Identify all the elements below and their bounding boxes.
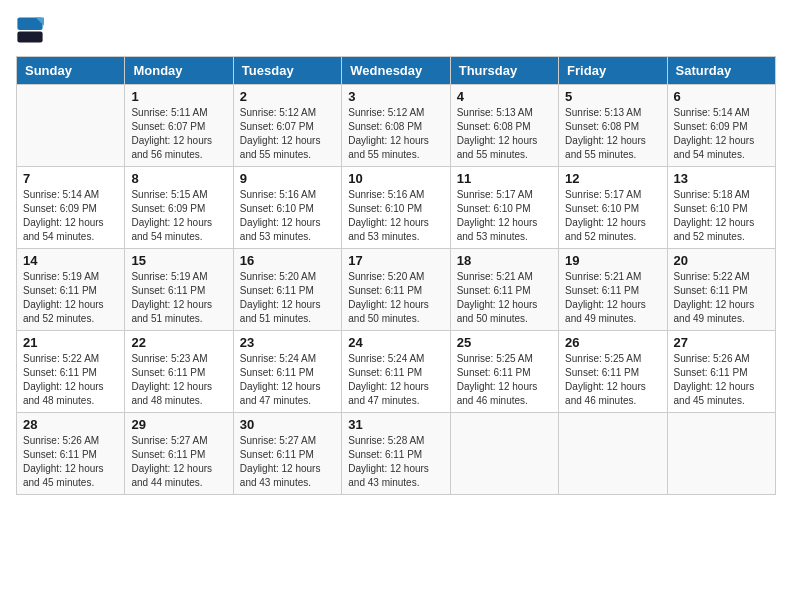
day-of-week-header: Monday	[125, 57, 233, 85]
day-number: 13	[674, 171, 769, 186]
day-number: 22	[131, 335, 226, 350]
calendar-cell: 27Sunrise: 5:26 AM Sunset: 6:11 PM Dayli…	[667, 331, 775, 413]
day-info: Sunrise: 5:12 AM Sunset: 6:08 PM Dayligh…	[348, 106, 443, 162]
calendar-cell: 24Sunrise: 5:24 AM Sunset: 6:11 PM Dayli…	[342, 331, 450, 413]
day-info: Sunrise: 5:25 AM Sunset: 6:11 PM Dayligh…	[565, 352, 660, 408]
day-info: Sunrise: 5:17 AM Sunset: 6:10 PM Dayligh…	[565, 188, 660, 244]
calendar-week-row: 14Sunrise: 5:19 AM Sunset: 6:11 PM Dayli…	[17, 249, 776, 331]
calendar-cell: 17Sunrise: 5:20 AM Sunset: 6:11 PM Dayli…	[342, 249, 450, 331]
day-number: 1	[131, 89, 226, 104]
day-info: Sunrise: 5:27 AM Sunset: 6:11 PM Dayligh…	[240, 434, 335, 490]
day-info: Sunrise: 5:24 AM Sunset: 6:11 PM Dayligh…	[240, 352, 335, 408]
calendar-cell: 21Sunrise: 5:22 AM Sunset: 6:11 PM Dayli…	[17, 331, 125, 413]
day-number: 27	[674, 335, 769, 350]
day-number: 30	[240, 417, 335, 432]
day-info: Sunrise: 5:23 AM Sunset: 6:11 PM Dayligh…	[131, 352, 226, 408]
day-number: 11	[457, 171, 552, 186]
day-number: 14	[23, 253, 118, 268]
day-number: 28	[23, 417, 118, 432]
day-info: Sunrise: 5:14 AM Sunset: 6:09 PM Dayligh…	[674, 106, 769, 162]
day-info: Sunrise: 5:21 AM Sunset: 6:11 PM Dayligh…	[457, 270, 552, 326]
calendar-cell: 6Sunrise: 5:14 AM Sunset: 6:09 PM Daylig…	[667, 85, 775, 167]
calendar-cell: 20Sunrise: 5:22 AM Sunset: 6:11 PM Dayli…	[667, 249, 775, 331]
day-info: Sunrise: 5:20 AM Sunset: 6:11 PM Dayligh…	[348, 270, 443, 326]
day-info: Sunrise: 5:13 AM Sunset: 6:08 PM Dayligh…	[565, 106, 660, 162]
calendar-cell: 22Sunrise: 5:23 AM Sunset: 6:11 PM Dayli…	[125, 331, 233, 413]
calendar-cell: 2Sunrise: 5:12 AM Sunset: 6:07 PM Daylig…	[233, 85, 341, 167]
day-number: 15	[131, 253, 226, 268]
calendar-cell: 25Sunrise: 5:25 AM Sunset: 6:11 PM Dayli…	[450, 331, 558, 413]
day-number: 6	[674, 89, 769, 104]
day-number: 4	[457, 89, 552, 104]
calendar-week-row: 21Sunrise: 5:22 AM Sunset: 6:11 PM Dayli…	[17, 331, 776, 413]
calendar-cell: 28Sunrise: 5:26 AM Sunset: 6:11 PM Dayli…	[17, 413, 125, 495]
calendar-cell: 10Sunrise: 5:16 AM Sunset: 6:10 PM Dayli…	[342, 167, 450, 249]
calendar-cell: 5Sunrise: 5:13 AM Sunset: 6:08 PM Daylig…	[559, 85, 667, 167]
day-number: 5	[565, 89, 660, 104]
day-of-week-header: Wednesday	[342, 57, 450, 85]
calendar-cell: 23Sunrise: 5:24 AM Sunset: 6:11 PM Dayli…	[233, 331, 341, 413]
calendar-cell: 13Sunrise: 5:18 AM Sunset: 6:10 PM Dayli…	[667, 167, 775, 249]
day-number: 9	[240, 171, 335, 186]
day-info: Sunrise: 5:17 AM Sunset: 6:10 PM Dayligh…	[457, 188, 552, 244]
day-info: Sunrise: 5:28 AM Sunset: 6:11 PM Dayligh…	[348, 434, 443, 490]
svg-rect-2	[17, 31, 42, 42]
day-number: 12	[565, 171, 660, 186]
day-number: 7	[23, 171, 118, 186]
day-of-week-header: Thursday	[450, 57, 558, 85]
day-of-week-header: Sunday	[17, 57, 125, 85]
day-info: Sunrise: 5:26 AM Sunset: 6:11 PM Dayligh…	[23, 434, 118, 490]
day-number: 18	[457, 253, 552, 268]
day-info: Sunrise: 5:22 AM Sunset: 6:11 PM Dayligh…	[23, 352, 118, 408]
page-header	[16, 16, 776, 44]
calendar-cell: 9Sunrise: 5:16 AM Sunset: 6:10 PM Daylig…	[233, 167, 341, 249]
calendar-cell	[667, 413, 775, 495]
day-number: 29	[131, 417, 226, 432]
day-info: Sunrise: 5:26 AM Sunset: 6:11 PM Dayligh…	[674, 352, 769, 408]
day-number: 31	[348, 417, 443, 432]
day-of-week-header: Saturday	[667, 57, 775, 85]
calendar-cell: 1Sunrise: 5:11 AM Sunset: 6:07 PM Daylig…	[125, 85, 233, 167]
calendar-cell: 31Sunrise: 5:28 AM Sunset: 6:11 PM Dayli…	[342, 413, 450, 495]
calendar-cell: 8Sunrise: 5:15 AM Sunset: 6:09 PM Daylig…	[125, 167, 233, 249]
day-info: Sunrise: 5:18 AM Sunset: 6:10 PM Dayligh…	[674, 188, 769, 244]
day-info: Sunrise: 5:19 AM Sunset: 6:11 PM Dayligh…	[23, 270, 118, 326]
day-number: 20	[674, 253, 769, 268]
day-number: 10	[348, 171, 443, 186]
day-number: 23	[240, 335, 335, 350]
day-info: Sunrise: 5:25 AM Sunset: 6:11 PM Dayligh…	[457, 352, 552, 408]
day-info: Sunrise: 5:11 AM Sunset: 6:07 PM Dayligh…	[131, 106, 226, 162]
calendar-cell: 26Sunrise: 5:25 AM Sunset: 6:11 PM Dayli…	[559, 331, 667, 413]
day-number: 2	[240, 89, 335, 104]
calendar-cell: 4Sunrise: 5:13 AM Sunset: 6:08 PM Daylig…	[450, 85, 558, 167]
day-info: Sunrise: 5:20 AM Sunset: 6:11 PM Dayligh…	[240, 270, 335, 326]
calendar-cell: 12Sunrise: 5:17 AM Sunset: 6:10 PM Dayli…	[559, 167, 667, 249]
calendar-week-row: 28Sunrise: 5:26 AM Sunset: 6:11 PM Dayli…	[17, 413, 776, 495]
day-of-week-header: Friday	[559, 57, 667, 85]
day-number: 19	[565, 253, 660, 268]
calendar-body: 1Sunrise: 5:11 AM Sunset: 6:07 PM Daylig…	[17, 85, 776, 495]
day-info: Sunrise: 5:16 AM Sunset: 6:10 PM Dayligh…	[348, 188, 443, 244]
calendar-cell: 29Sunrise: 5:27 AM Sunset: 6:11 PM Dayli…	[125, 413, 233, 495]
calendar-cell: 15Sunrise: 5:19 AM Sunset: 6:11 PM Dayli…	[125, 249, 233, 331]
day-number: 25	[457, 335, 552, 350]
day-number: 24	[348, 335, 443, 350]
day-info: Sunrise: 5:14 AM Sunset: 6:09 PM Dayligh…	[23, 188, 118, 244]
day-number: 8	[131, 171, 226, 186]
day-number: 26	[565, 335, 660, 350]
calendar-week-row: 7Sunrise: 5:14 AM Sunset: 6:09 PM Daylig…	[17, 167, 776, 249]
day-info: Sunrise: 5:12 AM Sunset: 6:07 PM Dayligh…	[240, 106, 335, 162]
calendar-cell: 11Sunrise: 5:17 AM Sunset: 6:10 PM Dayli…	[450, 167, 558, 249]
day-info: Sunrise: 5:22 AM Sunset: 6:11 PM Dayligh…	[674, 270, 769, 326]
calendar-table: SundayMondayTuesdayWednesdayThursdayFrid…	[16, 56, 776, 495]
calendar-cell	[559, 413, 667, 495]
day-number: 16	[240, 253, 335, 268]
calendar-cell: 14Sunrise: 5:19 AM Sunset: 6:11 PM Dayli…	[17, 249, 125, 331]
calendar-header-row: SundayMondayTuesdayWednesdayThursdayFrid…	[17, 57, 776, 85]
day-info: Sunrise: 5:19 AM Sunset: 6:11 PM Dayligh…	[131, 270, 226, 326]
day-number: 17	[348, 253, 443, 268]
day-number: 21	[23, 335, 118, 350]
calendar-cell: 7Sunrise: 5:14 AM Sunset: 6:09 PM Daylig…	[17, 167, 125, 249]
calendar-cell	[17, 85, 125, 167]
calendar-cell	[450, 413, 558, 495]
